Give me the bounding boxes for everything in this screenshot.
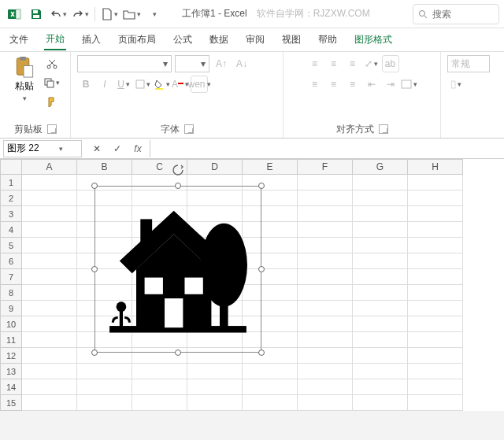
underline-button[interactable]: U▾ — [115, 76, 132, 93]
cell[interactable] — [408, 222, 463, 238]
row-header-3[interactable]: 3 — [0, 206, 22, 222]
name-box-input[interactable] — [7, 143, 54, 154]
cell[interactable] — [298, 253, 353, 269]
cancel-formula-button[interactable]: ✕ — [88, 140, 106, 157]
resize-handle-n[interactable] — [175, 183, 181, 189]
cell[interactable] — [353, 190, 408, 206]
cell[interactable] — [22, 348, 77, 364]
new-file-icon[interactable]: ▾ — [100, 5, 119, 24]
col-header-G[interactable]: G — [353, 159, 408, 175]
cell[interactable] — [353, 332, 408, 348]
cell[interactable] — [22, 301, 77, 316]
row-header-14[interactable]: 14 — [0, 379, 22, 395]
resize-handle-sw[interactable] — [91, 349, 98, 356]
col-header-F[interactable]: F — [298, 159, 353, 175]
cell[interactable] — [22, 364, 77, 379]
qat-customize[interactable]: ▾ — [144, 5, 163, 24]
cell[interactable] — [132, 395, 187, 411]
row-header-1[interactable]: 1 — [0, 175, 22, 190]
bold-button[interactable]: B — [77, 76, 94, 93]
row-header-10[interactable]: 10 — [0, 316, 22, 332]
cell[interactable] — [298, 190, 353, 206]
paste-button[interactable]: 粘贴 ▾ — [10, 55, 39, 102]
cell[interactable] — [243, 395, 298, 411]
row-header-7[interactable]: 7 — [0, 269, 22, 285]
resize-handle-se[interactable] — [258, 349, 265, 356]
cell[interactable] — [77, 395, 132, 411]
cell[interactable] — [22, 285, 77, 301]
resize-handle-w[interactable] — [91, 266, 98, 272]
cell[interactable] — [408, 206, 463, 222]
cell[interactable] — [22, 379, 77, 395]
fx-button[interactable]: fx — [129, 140, 146, 157]
selected-shape[interactable] — [94, 186, 261, 353]
cell[interactable] — [408, 190, 463, 206]
cell[interactable] — [22, 206, 77, 222]
name-box[interactable]: ▾ — [3, 140, 82, 157]
undo-button[interactable]: ▾ — [49, 5, 68, 24]
font-launcher[interactable] — [184, 124, 194, 134]
tab-data[interactable]: 数据 — [208, 30, 230, 50]
cell[interactable] — [22, 253, 77, 269]
row-header-5[interactable]: 5 — [0, 238, 22, 253]
cell[interactable] — [298, 238, 353, 253]
font-color-button[interactable]: A▾ — [172, 76, 189, 93]
cell[interactable] — [408, 253, 463, 269]
cell[interactable] — [298, 395, 353, 411]
row-header-9[interactable]: 9 — [0, 301, 22, 316]
row-header-11[interactable]: 11 — [0, 332, 22, 348]
cell[interactable] — [353, 364, 408, 379]
align-right-button[interactable]: ≡ — [344, 76, 361, 93]
cell[interactable] — [353, 175, 408, 190]
search-box[interactable] — [413, 4, 499, 24]
cell[interactable] — [353, 269, 408, 285]
cell[interactable] — [298, 301, 353, 316]
cell[interactable] — [187, 379, 243, 395]
cell[interactable] — [298, 316, 353, 332]
orientation-button[interactable]: ⤢▾ — [363, 55, 380, 72]
row-header-4[interactable]: 4 — [0, 222, 22, 238]
decrease-font-button[interactable]: A↓ — [233, 55, 250, 72]
cell[interactable] — [353, 395, 408, 411]
border-button[interactable]: ▾ — [134, 76, 151, 93]
cell[interactable] — [132, 364, 187, 379]
tab-insert[interactable]: 插入 — [80, 30, 102, 50]
tab-view[interactable]: 视图 — [280, 30, 302, 50]
cut-button[interactable] — [43, 55, 61, 72]
col-header-B[interactable]: B — [77, 159, 132, 175]
format-painter-button[interactable] — [43, 93, 61, 110]
cell[interactable] — [298, 348, 353, 364]
copy-button[interactable]: ▾ — [43, 74, 61, 91]
cell[interactable] — [298, 175, 353, 190]
chevron-down-icon[interactable]: ▾ — [59, 145, 63, 153]
font-family-dropdown[interactable]: ▾ — [77, 55, 172, 72]
cell[interactable] — [22, 332, 77, 348]
cell[interactable] — [353, 348, 408, 364]
phonetic-button[interactable]: wen▾ — [191, 76, 208, 93]
cell[interactable] — [22, 222, 77, 238]
merge-button[interactable]: ▾ — [401, 76, 418, 93]
align-top-button[interactable]: ≡ — [306, 55, 324, 72]
resize-handle-nw[interactable] — [91, 183, 98, 189]
align-left-button[interactable]: ≡ — [306, 76, 324, 93]
formula-input[interactable] — [150, 140, 504, 157]
redo-button[interactable]: ▾ — [71, 5, 90, 24]
decrease-indent-button[interactable]: ⇤ — [363, 76, 380, 93]
cell[interactable] — [408, 269, 463, 285]
cell[interactable] — [408, 316, 463, 332]
increase-font-button[interactable]: A↑ — [213, 55, 230, 72]
cell[interactable] — [22, 190, 77, 206]
number-format-dropdown[interactable]: 常规 — [447, 55, 490, 72]
cell[interactable] — [353, 206, 408, 222]
search-input[interactable] — [432, 9, 487, 20]
tab-file[interactable]: 文件 — [8, 30, 30, 50]
cell[interactable] — [408, 285, 463, 301]
cell[interactable] — [408, 332, 463, 348]
italic-button[interactable]: I — [96, 76, 113, 93]
increase-indent-button[interactable]: ⇥ — [382, 76, 399, 93]
clipboard-launcher[interactable] — [47, 124, 57, 134]
cell[interactable] — [77, 364, 132, 379]
cell[interactable] — [22, 395, 77, 411]
cell[interactable] — [408, 238, 463, 253]
cell[interactable] — [408, 395, 463, 411]
